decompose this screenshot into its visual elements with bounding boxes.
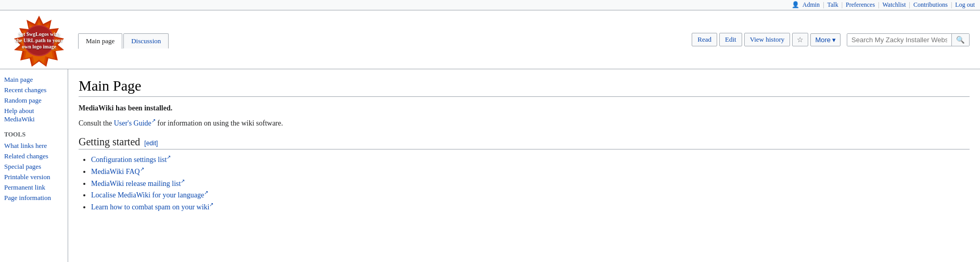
sidebar-item-special-pages[interactable]: Special pages [4,161,63,172]
sidebar-item-random-page[interactable]: Random page [4,95,63,106]
view-history-button[interactable]: View history [744,33,791,46]
action-tabs: Main page Discussion Read Edit View hist… [73,33,975,48]
search-box: 🔍 [847,33,970,46]
logo[interactable]: Set $wgLogos with the URL path to your o… [13,15,65,67]
page-tabs: Main page Discussion [78,33,170,48]
config-settings-link[interactable]: Configuration settings list↗ [91,156,171,164]
external-link-icon: ↗ [140,166,144,172]
list-item: MediaWiki release mailing list↗ [91,178,970,188]
sidebar-item-permanent-link[interactable]: Permanent link [4,182,63,193]
edit-button[interactable]: Edit [719,33,742,46]
sidebar-item-help-mediawiki[interactable]: Help about MediaWiki [4,106,63,124]
logo-text: Set $wgLogos with the URL path to your o… [13,29,65,52]
list-item: Configuration settings list↗ [91,155,970,165]
external-link-icon: ↗ [167,155,171,160]
getting-started-heading: Getting started [edit] [79,136,970,149]
search-input[interactable] [847,34,951,46]
sidebar-item-related-changes[interactable]: Related changes [4,151,63,161]
external-link-icon: ↗ [181,178,185,184]
edit-section-link[interactable]: [edit] [144,140,158,147]
sidebar: Main page Recent changes Random page Hel… [0,69,68,262]
sidebar-nav: Main page Recent changes Random page Hel… [4,74,63,124]
external-link-icon: ↗ [209,202,213,207]
sidebar-item-recent-changes[interactable]: Recent changes [4,85,63,95]
tab-discussion[interactable]: Discussion [123,33,169,48]
personal-bar: 👤 Admin | Talk | Preferences | Watchlist… [0,0,980,10]
sidebar-tools: What links here Related changes Special … [4,141,63,203]
tools-section-title: Tools [4,131,63,139]
site-header: Set $wgLogos with the URL path to your o… [0,10,980,69]
user-icon: 👤 [792,1,799,9]
list-item: Learn how to combat spam on your wiki↗ [91,202,970,211]
list-item: Localise MediaWiki for your language↗ [91,190,970,200]
users-guide-link[interactable]: User's Guide↗ [114,119,158,127]
main-layout: Main page Recent changes Random page Hel… [0,69,980,262]
talk-link[interactable]: Talk [828,1,838,9]
sidebar-item-printable-version[interactable]: Printable version [4,172,63,182]
watchstar-button[interactable]: ☆ [792,33,808,46]
sidebar-item-what-links-here[interactable]: What links here [4,141,63,151]
installed-notice: MediaWiki has been installed. [79,104,970,113]
page-title: Main Page [79,78,970,97]
tabs-actions-area: Main page Discussion Read Edit View hist… [73,33,975,48]
external-link-icon: ↗ [204,190,208,196]
chevron-down-icon: ▾ [832,36,836,44]
logout-link[interactable]: Log out [955,1,975,9]
mailing-list-link[interactable]: MediaWiki release mailing list↗ [91,180,185,188]
sidebar-item-main-page[interactable]: Main page [4,74,63,85]
mediawiki-faq-link[interactable]: MediaWiki FAQ↗ [91,168,144,176]
combat-spam-link[interactable]: Learn how to combat spam on your wiki↗ [91,203,213,211]
external-link-icon: ↗ [151,118,156,123]
main-content: Main Page MediaWiki has been installed. … [68,69,980,262]
localise-link[interactable]: Localise MediaWiki for your language↗ [91,191,208,199]
preferences-link[interactable]: Preferences [846,1,875,9]
watchlist-link[interactable]: Watchlist [882,1,906,9]
more-button[interactable]: More ▾ [810,33,841,46]
search-icon: 🔍 [956,36,965,44]
read-button[interactable]: Read [692,33,717,46]
logo-area: Set $wgLogos with the URL path to your o… [5,13,73,69]
admin-link[interactable]: Admin [803,1,820,9]
page-actions: Read Edit View history ☆ More ▾ 🔍 [692,33,970,48]
tab-main-page[interactable]: Main page [78,33,122,49]
list-item: MediaWiki FAQ↗ [91,166,970,176]
search-button[interactable]: 🔍 [951,34,969,46]
contributions-link[interactable]: Contributions [913,1,948,9]
consult-line: Consult the User's Guide↗ for informatio… [79,118,970,128]
getting-started-list: Configuration settings list↗ MediaWiki F… [79,155,970,211]
sidebar-item-page-information[interactable]: Page information [4,193,63,203]
